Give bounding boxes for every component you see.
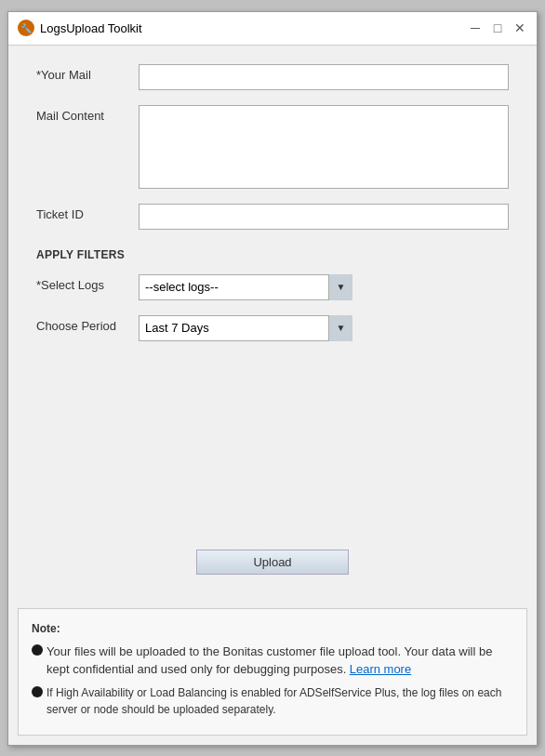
maximize-button[interactable]: □ [490,20,505,35]
title-bar-left: 🔧 LogsUpload Toolkit [18,20,142,36]
select-logs-dropdown[interactable]: --select logs-- All Logs Error Logs Acce… [139,274,352,300]
your-mail-input[interactable] [139,64,509,90]
upload-button[interactable]: Upload [196,550,348,575]
bullet-icon-2 [32,686,43,697]
note-item-2: If High Availability or Load Balancing i… [32,684,513,718]
ticket-id-label: Ticket ID [36,204,139,221]
choose-period-label: Choose Period [36,315,139,333]
upload-btn-row: Upload [36,550,509,575]
window-title: LogsUpload Toolkit [40,21,142,35]
title-bar-controls: ─ □ ✕ [468,20,527,35]
spacer [36,356,509,531]
select-logs-row: *Select Logs --select logs-- All Logs Er… [36,274,509,300]
ticket-id-input[interactable] [139,204,509,230]
your-mail-row: *Your Mail [36,64,509,90]
mail-content-row: Mail Content [36,105,509,189]
note-item-1: Your files will be uploaded to the Bonit… [32,643,513,679]
bullet-icon-1 [32,644,43,656]
minimize-button[interactable]: ─ [468,20,483,35]
note-item-2-text: If High Availability or Load Balancing i… [47,684,513,718]
close-button[interactable]: ✕ [512,20,527,35]
select-logs-label: *Select Logs [36,274,139,292]
note-box: Note: Your files will be uploaded to the… [18,608,527,736]
mail-content-textarea[interactable] [139,105,509,189]
apply-filters-title: APPLY FILTERS [36,248,509,261]
app-icon: 🔧 [18,20,34,36]
main-window: 🔧 LogsUpload Toolkit ─ □ ✕ *Your Mail Ma… [7,11,538,746]
your-mail-label: *Your Mail [36,64,139,82]
choose-period-wrapper: Last 7 Days Last 30 Days Last 60 Days La… [139,315,352,341]
learn-more-link[interactable]: Learn more [350,662,411,676]
note-item-1-text: Your files will be uploaded to the Bonit… [47,643,513,679]
mail-content-label: Mail Content [36,105,139,123]
note-title: Note: [32,620,513,637]
choose-period-row: Choose Period Last 7 Days Last 30 Days L… [36,315,509,341]
choose-period-dropdown[interactable]: Last 7 Days Last 30 Days Last 60 Days La… [139,315,352,341]
window-content: *Your Mail Mail Content Ticket ID APPLY … [8,46,537,608]
ticket-id-row: Ticket ID [36,204,509,230]
select-logs-wrapper: --select logs-- All Logs Error Logs Acce… [139,274,352,300]
title-bar: 🔧 LogsUpload Toolkit ─ □ ✕ [8,12,537,46]
